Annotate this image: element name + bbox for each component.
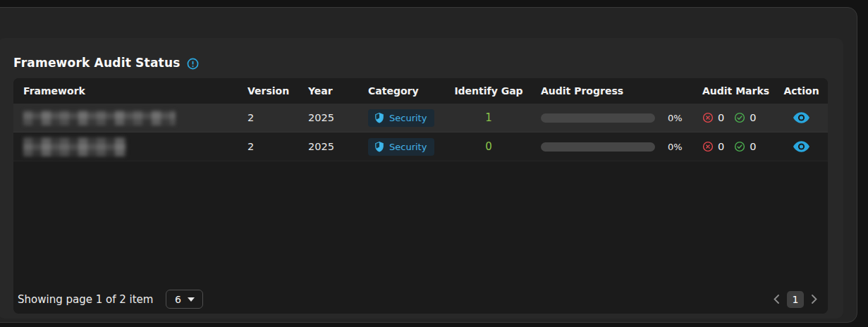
category-badge: Security xyxy=(368,138,434,156)
pagination-summary: Showing page 1 of 2 item xyxy=(18,293,153,306)
header-version: Version xyxy=(238,78,298,104)
redacted-framework-name xyxy=(23,137,126,156)
year-cell: 2025 xyxy=(298,132,358,161)
category-cell: Security xyxy=(358,104,446,132)
category-label: Security xyxy=(389,113,427,123)
chevron-right-icon[interactable] xyxy=(812,295,817,304)
framework-name-cell xyxy=(13,104,238,132)
identify-gap-cell: 1 xyxy=(446,104,531,132)
header-year: Year xyxy=(298,78,358,104)
table-row: 2 2025 Security xyxy=(13,132,828,161)
audit-marks-cell: 0 0 xyxy=(692,132,775,161)
identify-gap-value: 1 xyxy=(485,111,492,124)
caret-down-icon xyxy=(188,297,195,302)
shield-icon xyxy=(374,142,384,152)
table-footer: Showing page 1 of 2 item 6 1 xyxy=(13,285,828,314)
page-size-value: 6 xyxy=(175,294,181,305)
redacted-framework-name xyxy=(23,111,176,125)
header-audit-marks: Audit Marks xyxy=(692,78,775,104)
screen: { "panel": { "title": "Framework Audit S… xyxy=(0,0,868,327)
check-circle-icon xyxy=(734,141,745,152)
content-surface: Framework Audit Status Framework Version… xyxy=(0,7,857,323)
chevron-left-icon[interactable] xyxy=(774,295,779,304)
table-row: 2 2025 Security xyxy=(13,104,828,132)
audit-progress-bar xyxy=(541,142,655,152)
header-audit-progress: Audit Progress xyxy=(531,78,692,104)
marks-passed-count: 0 xyxy=(750,141,756,152)
audit-progress-cell: 0% xyxy=(531,104,692,132)
framework-name-cell xyxy=(13,132,238,161)
page-title: Framework Audit Status xyxy=(13,56,181,70)
version-cell: 2 xyxy=(238,104,298,132)
category-badge: Security xyxy=(368,109,434,127)
header-action: Action xyxy=(775,78,828,104)
audit-progress-cell: 0% xyxy=(531,132,692,161)
table-empty-space xyxy=(13,161,828,285)
identify-gap-value: 0 xyxy=(485,140,492,153)
framework-table: Framework Version Year Category Identify… xyxy=(13,78,828,314)
audit-progress-bar xyxy=(541,113,655,123)
header-category: Category xyxy=(358,78,446,104)
category-label: Security xyxy=(389,142,427,152)
page-size-select[interactable]: 6 xyxy=(166,290,203,309)
year-cell: 2025 xyxy=(298,104,358,132)
audit-progress-percent: 0% xyxy=(668,142,683,152)
version-cell: 2 xyxy=(238,132,298,161)
framework-audit-panel: Framework Audit Status Framework Version… xyxy=(0,38,843,319)
view-eye-icon[interactable] xyxy=(793,112,809,123)
action-cell xyxy=(775,132,828,161)
audit-progress-percent: 0% xyxy=(668,113,683,123)
header-identify-gap: Identify Gap xyxy=(446,78,531,104)
x-circle-icon xyxy=(702,112,714,123)
info-icon[interactable] xyxy=(187,58,199,70)
pager: 1 xyxy=(774,291,817,308)
check-circle-icon xyxy=(734,112,745,123)
marks-failed-count: 0 xyxy=(718,141,724,152)
header-framework: Framework xyxy=(13,78,238,104)
audit-marks-cell: 0 0 xyxy=(692,104,775,132)
category-cell: Security xyxy=(358,132,446,161)
panel-header: Framework Audit Status xyxy=(13,53,828,73)
action-cell xyxy=(775,104,828,132)
marks-passed-count: 0 xyxy=(750,112,756,123)
shield-icon xyxy=(374,113,384,123)
page-number-button[interactable]: 1 xyxy=(787,291,804,308)
marks-failed-count: 0 xyxy=(718,112,724,123)
identify-gap-cell: 0 xyxy=(446,132,531,161)
x-circle-icon xyxy=(702,141,714,152)
view-eye-icon[interactable] xyxy=(793,141,809,152)
table-header-row: Framework Version Year Category Identify… xyxy=(13,78,828,104)
